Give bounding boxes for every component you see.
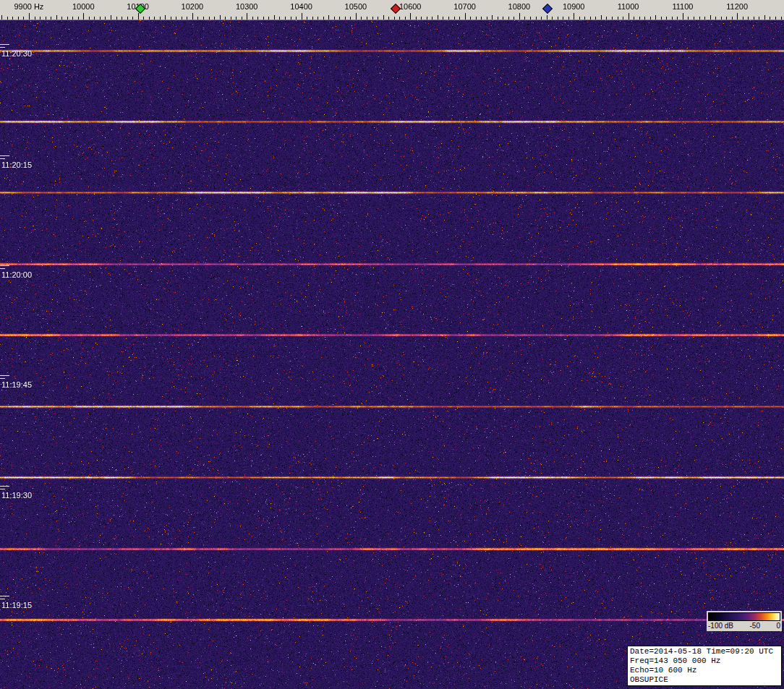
- ruler-tick: [519, 13, 520, 20]
- ruler-tick: [438, 15, 438, 20]
- ruler-tick: [781, 17, 782, 20]
- ruler-tick: [524, 17, 525, 20]
- ruler-tick: [171, 17, 171, 20]
- ruler-freq-label: 10000: [72, 2, 95, 11]
- ruler-tick: [100, 17, 101, 20]
- ruler-tick: [378, 17, 378, 20]
- ruler-freq-label: 10500: [345, 2, 367, 11]
- ruler-tick: [279, 17, 280, 20]
- ruler-tick: [688, 17, 689, 20]
- ruler-tick: [372, 17, 373, 20]
- ruler-tick: [694, 17, 694, 20]
- ruler-tick: [421, 17, 422, 20]
- ruler-tick: [367, 17, 367, 20]
- ruler-tick: [203, 17, 204, 20]
- ruler-tick: [764, 15, 765, 20]
- waterfall-spectrogram-canvas[interactable]: [0, 20, 784, 689]
- ruler-tick: [650, 17, 651, 20]
- ruler-tick: [236, 17, 237, 20]
- ruler-tick: [710, 15, 711, 20]
- legend-max-label: 0: [776, 622, 780, 630]
- ruler-tick: [72, 17, 73, 20]
- ruler-tick: [143, 17, 144, 20]
- ruler-tick: [383, 15, 384, 20]
- ruler-tick: [18, 17, 19, 20]
- ruler-tick: [595, 17, 596, 20]
- ruler-tick: [83, 13, 84, 20]
- ruler-tick: [263, 17, 264, 20]
- ruler-tick: [454, 17, 455, 20]
- ruler-tick: [268, 17, 269, 20]
- ruler-tick: [655, 15, 656, 20]
- ruler-tick: [312, 17, 313, 20]
- ruler-tick: [242, 17, 242, 20]
- ruler-tick: [67, 17, 68, 20]
- ruler-tick: [606, 17, 607, 20]
- ruler-tick: [334, 17, 335, 20]
- ruler-freq-label: 10300: [236, 2, 258, 11]
- ruler-tick: [443, 17, 443, 20]
- ruler-tick: [629, 13, 629, 20]
- ruler-tick: [345, 17, 346, 20]
- ruler-tick: [459, 17, 460, 20]
- legend-min-label: -100 dB: [708, 622, 733, 630]
- spectrum-waterfall-app: 9900 Hz100001010010200103001040010500106…: [0, 0, 784, 689]
- ruler-tick: [105, 17, 106, 20]
- ruler-tick: [503, 17, 503, 20]
- info-frequency: Freq=143 050 000 Hz: [630, 656, 779, 666]
- ruler-tick: [666, 17, 667, 20]
- ruler-tick: [257, 17, 258, 20]
- ruler-tick: [579, 17, 580, 20]
- ruler-tick: [508, 17, 509, 20]
- ruler-tick: [252, 17, 253, 20]
- observation-info-box: Date=2014-05-18 Time=09:20 UTC Freq=143 …: [627, 646, 782, 686]
- ruler-freq-label: 11100: [672, 2, 693, 11]
- ruler-tick: [302, 13, 302, 20]
- ruler-tick: [274, 15, 275, 20]
- ruler-tick: [12, 17, 13, 20]
- ruler-freq-label: 11200: [726, 2, 748, 11]
- ruler-tick: [187, 17, 187, 20]
- ruler-tick: [225, 17, 226, 20]
- ruler-tick: [149, 17, 150, 20]
- ruler-tick: [405, 17, 406, 20]
- ruler-tick: [644, 17, 645, 20]
- ruler-tick: [197, 17, 198, 20]
- ruler-tick: [470, 17, 471, 20]
- ruler-tick: [361, 17, 362, 20]
- ruler-tick: [40, 17, 41, 20]
- ruler-tick: [89, 17, 90, 20]
- ruler-tick: [56, 15, 57, 20]
- ruler-tick: [410, 13, 411, 20]
- intensity-legend: -100 dB -50 0: [707, 611, 782, 631]
- legend-mid-label: -50: [750, 622, 760, 630]
- ruler-tick: [498, 17, 498, 20]
- frequency-ruler[interactable]: 9900 Hz100001010010200103001040010500106…: [0, 0, 784, 20]
- ruler-tick: [7, 17, 8, 20]
- ruler-tick: [743, 17, 743, 20]
- ruler-tick: [536, 17, 537, 20]
- ruler-tick: [465, 13, 466, 20]
- ruler-tick: [563, 17, 563, 20]
- ruler-tick: [476, 17, 477, 20]
- ruler-tick: [487, 17, 487, 20]
- ruler-tick: [481, 17, 482, 20]
- ruler-tick: [672, 17, 673, 20]
- ruler-tick: [182, 17, 182, 20]
- ruler-freq-label: 9900 Hz: [14, 2, 43, 11]
- ruler-tick: [737, 13, 738, 20]
- ruler-tick: [176, 17, 176, 20]
- ruler-tick: [699, 17, 700, 20]
- blue-diamond-marker[interactable]: [542, 4, 553, 14]
- ruler-tick: [432, 17, 433, 20]
- info-echo: Echo=10 600 Hz: [630, 666, 779, 675]
- ruler-freq-label: 10600: [399, 2, 422, 11]
- ruler-tick: [350, 17, 351, 20]
- ruler-tick: [754, 17, 754, 20]
- ruler-tick: [568, 17, 569, 20]
- ruler-tick: [291, 17, 291, 20]
- ruler-tick: [683, 13, 683, 20]
- ruler-tick: [590, 17, 591, 20]
- ruler-tick: [623, 17, 623, 20]
- ruler-tick: [634, 17, 634, 20]
